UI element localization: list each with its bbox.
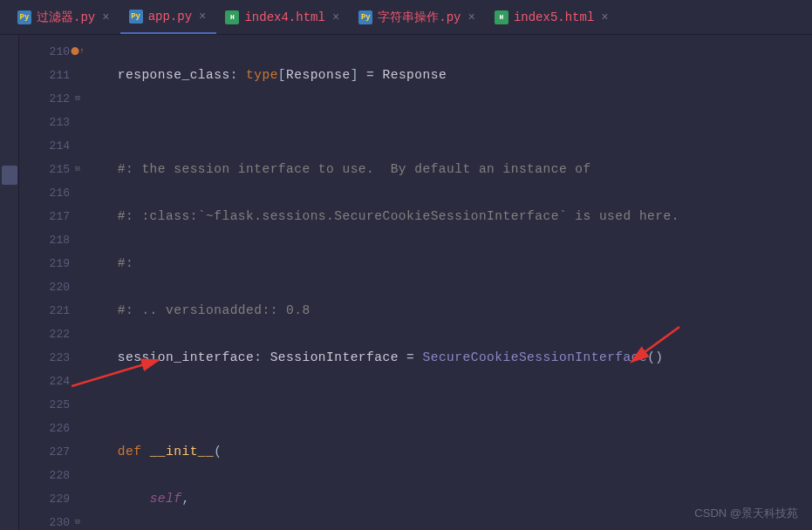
line-number: 217: [19, 205, 70, 228]
line-number: 220: [19, 275, 70, 299]
python-file-icon: Py: [17, 10, 31, 24]
tab-label: 过滤器.py: [37, 10, 95, 25]
line-number: 224: [19, 370, 70, 393]
code-line: def __init__(: [85, 440, 812, 464]
tab-file-2[interactable]: Py app.py ×: [120, 0, 217, 34]
line-number: 211: [19, 64, 70, 87]
line-number: 227: [19, 440, 70, 464]
line-number: 219: [19, 252, 70, 275]
tab-file-4[interactable]: Py 字符串操作.py ×: [350, 0, 486, 34]
code-line: #: :class:`~flask.sessions.SecureCookieS…: [85, 205, 812, 228]
line-number: 226: [19, 417, 70, 440]
line-number: 230: [19, 511, 70, 530]
editor-area: 2102112122132142152162172182192202212222…: [0, 35, 812, 530]
code-line: #: the session interface to use. By defa…: [85, 158, 812, 181]
python-file-icon: Py: [358, 10, 372, 24]
html-file-icon: H: [495, 10, 508, 24]
code-line: [85, 111, 812, 134]
line-number: 212: [19, 87, 70, 111]
code-editor[interactable]: response_class: type[Response] = Respons…: [85, 35, 812, 530]
code-line: #:: [85, 252, 812, 275]
fold-icon[interactable]: ⊟: [72, 511, 84, 530]
line-number: 225: [19, 393, 70, 417]
line-number: 223: [19, 346, 70, 370]
code-line: session_interface: SessionInterface = Se…: [85, 346, 812, 370]
tab-label: index5.html: [514, 10, 594, 24]
line-number: 218: [19, 228, 70, 252]
implement-method-icon[interactable]: ⬤↑: [72, 40, 84, 64]
tab-label: index4.html: [244, 10, 324, 24]
line-number: 222: [19, 323, 70, 346]
line-number: 210: [19, 40, 70, 64]
fold-icon[interactable]: ⊟: [72, 158, 84, 181]
line-number-gutter: 2102112122132142152162172182192202212222…: [19, 35, 85, 530]
tab-label: 字符串操作.py: [378, 10, 461, 25]
gutter-icons: ⬤↑ ⊟ ⊟ ⊟: [72, 40, 84, 530]
code-line: #: .. versionadded:: 0.8: [85, 299, 812, 323]
tab-file-1[interactable]: Py 过滤器.py ×: [9, 0, 120, 34]
line-number: 228: [19, 464, 70, 487]
tab-file-3[interactable]: H index4.html ×: [216, 0, 350, 34]
close-icon[interactable]: ×: [467, 10, 477, 24]
watermark: CSDN @景天科技苑: [694, 506, 798, 521]
close-icon[interactable]: ×: [331, 10, 341, 24]
line-number: 216: [19, 181, 70, 205]
line-number: 215: [19, 158, 70, 181]
tab-file-5[interactable]: H index5.html ×: [486, 0, 619, 34]
tab-label: app.py: [148, 10, 192, 24]
code-line: response_class: type[Response] = Respons…: [85, 64, 812, 87]
line-number: 213: [19, 111, 70, 134]
html-file-icon: H: [225, 10, 239, 24]
line-number: 229: [19, 487, 70, 511]
close-icon[interactable]: ×: [599, 10, 610, 24]
close-icon[interactable]: ×: [100, 10, 111, 24]
minimap-sidebar: [0, 35, 19, 530]
fold-icon[interactable]: ⊟: [72, 87, 84, 111]
close-icon[interactable]: ×: [197, 10, 208, 24]
code-line: [85, 393, 812, 417]
editor-tab-bar: Py 过滤器.py × Py app.py × H index4.html × …: [0, 0, 812, 35]
minimap-marker: [2, 166, 17, 185]
python-file-icon: Py: [129, 10, 143, 24]
line-number: 214: [19, 134, 70, 158]
line-number: 221: [19, 299, 70, 323]
